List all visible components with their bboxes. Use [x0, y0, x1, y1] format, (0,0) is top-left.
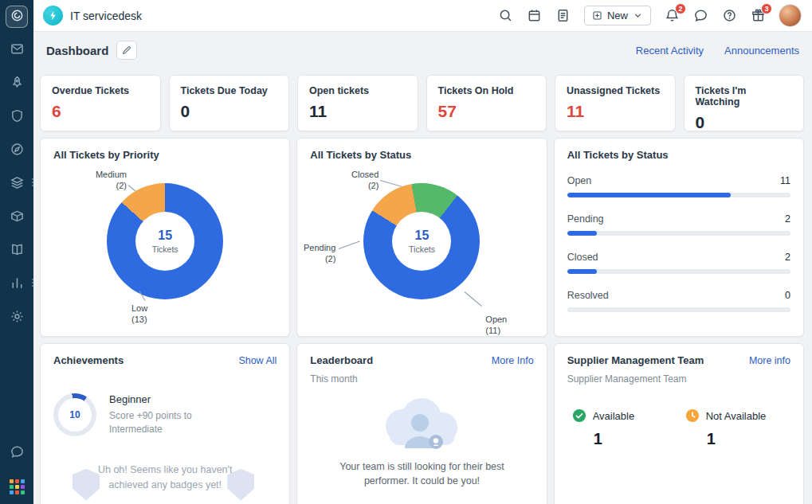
gifts-badge: 3 — [761, 3, 772, 14]
leaderboard-empty-line1: Your team is still looking for their bes… — [297, 459, 546, 474]
sidebar-item-assets[interactable] — [6, 206, 28, 229]
sidebar-item-analytics[interactable] — [6, 273, 28, 295]
panel-tickets-by-status-bars: All Tickets by Status Open 11 Pending 2 — [554, 138, 804, 337]
edit-dashboard-button[interactable] — [116, 41, 137, 60]
recent-activity-link[interactable]: Recent Activity — [636, 45, 704, 57]
tasks-icon[interactable] — [555, 8, 571, 23]
stat-card-unassigned-tickets[interactable]: Unassigned Tickets 11 — [555, 75, 676, 131]
panel-leaderboard: Leaderboard More Info This month — [296, 343, 547, 504]
sidebar-item-admin[interactable] — [6, 307, 28, 329]
stat-value: 11 — [567, 102, 664, 121]
plus-square-icon — [592, 10, 602, 21]
bar-fill — [567, 193, 732, 197]
donut-center-value: 15 — [415, 229, 430, 243]
slice-label-open: Open (11) — [485, 314, 507, 337]
chat-bubble-icon[interactable] — [693, 8, 708, 23]
charts-row: All Tickets by Priority Medium (2) 15 Ti… — [40, 138, 804, 337]
subheader-links: Recent Activity Announcements — [636, 45, 799, 57]
achievement-badges: Uh oh! Seems like you haven't achieved a… — [41, 451, 289, 504]
panel-title: All Tickets by Priority — [53, 149, 159, 161]
leaderboard-illustration — [297, 394, 546, 453]
bar-label: Resolved — [567, 290, 609, 301]
stat-card-open-tickets[interactable]: Open tickets 11 — [297, 75, 418, 131]
layers-icon — [10, 175, 25, 193]
badge-shield-icon — [73, 469, 100, 501]
stat-value: 0 — [181, 102, 278, 121]
donut-status: 15 Tickets — [363, 183, 480, 299]
available-check-icon — [572, 408, 586, 423]
stat-value: 0 — [696, 113, 793, 132]
slice-label-medium: Medium (2) — [63, 169, 127, 192]
gear-icon — [10, 309, 25, 327]
sidebar-item-changes[interactable] — [6, 139, 28, 162]
stat-card-overdue-tickets[interactable]: Overdue Tickets 6 — [40, 75, 161, 131]
calendar-icon[interactable] — [527, 8, 542, 23]
stat-card-tickets-due-today[interactable]: Tickets Due Today 0 — [169, 75, 290, 131]
donut-center-label: Tickets — [152, 244, 178, 254]
more-info-link[interactable]: More info — [749, 355, 790, 366]
achievement-score-line1: Score +90 points to — [109, 409, 192, 423]
stat-card-tickets-on-hold[interactable]: Tickets On Hold 57 — [426, 75, 547, 131]
more-info-link[interactable]: More Info — [492, 355, 534, 366]
achievement-score-line2: Intermediate — [109, 423, 192, 436]
subheader: Dashboard Recent Activity Announcements — [33, 32, 812, 68]
help-question-icon[interactable] — [722, 8, 737, 23]
bar-label: Open — [567, 175, 592, 186]
stat-card-tickets-im-watching[interactable]: Tickets I'm Watching 0 — [684, 75, 805, 131]
sidebar-item-app-switcher[interactable] — [6, 475, 28, 498]
compass-icon — [10, 142, 25, 160]
panel-title: Supplier Management Team — [567, 354, 704, 366]
inbox-icon — [10, 41, 25, 60]
badge-shield-icon — [227, 469, 254, 501]
sidebar-item-dashboard[interactable] — [6, 6, 28, 28]
sidebar-item-solutions[interactable] — [6, 240, 28, 262]
supplier-stat-label: Available — [593, 410, 635, 422]
sidebar-item-problems[interactable] — [6, 106, 28, 128]
new-button[interactable]: New — [584, 6, 651, 25]
topbar-actions: New 2 3 — [498, 5, 801, 26]
bar-row-resolved: Resolved 0 — [567, 290, 790, 312]
shield-icon — [10, 108, 25, 127]
sidebar-item-help-chat[interactable] — [6, 442, 28, 464]
sidebar-item-layers[interactable] — [6, 173, 28, 195]
bar-value: 2 — [785, 213, 790, 225]
bar-track — [567, 231, 790, 236]
user-avatar[interactable] — [779, 5, 801, 26]
priority-donut-chart: Medium (2) 15 Tickets Low (13) — [41, 166, 289, 330]
supplier-stat-label: Not Available — [706, 410, 767, 422]
slice-label-closed: Closed (2) — [313, 169, 379, 192]
sidebar-item-releases[interactable] — [6, 72, 28, 95]
bar-track — [567, 269, 790, 274]
not-available-clock-icon — [685, 408, 700, 423]
supplier-stat-available: Available 1 — [572, 408, 685, 448]
app-switcher-grid-icon — [10, 479, 25, 494]
bar-fill — [567, 231, 597, 236]
status-donut-chart: Closed (2) Pending (2) 15 Tickets — [297, 166, 546, 330]
kebab-menu-icon[interactable] — [32, 279, 33, 287]
notifications-bell-icon[interactable]: 2 — [665, 8, 680, 23]
bar-fill — [567, 269, 597, 274]
gift-icon[interactable]: 3 — [751, 8, 766, 23]
achievement-progress: 10 Beginner Score +90 points to Intermed… — [41, 393, 289, 437]
announcements-link[interactable]: Announcements — [724, 45, 799, 57]
bar-row-closed: Closed 2 — [567, 252, 790, 274]
chevron-down-icon — [633, 10, 643, 21]
bar-track — [567, 307, 790, 312]
page-title: Dashboard — [46, 44, 108, 57]
achievement-level: Beginner — [109, 393, 192, 405]
donut-center-label: Tickets — [409, 244, 435, 254]
new-button-label: New — [607, 10, 628, 21]
sidebar — [0, 0, 33, 504]
kebab-menu-icon[interactable] — [32, 178, 33, 186]
search-icon[interactable] — [498, 8, 513, 23]
bar-row-pending: Pending 2 — [567, 213, 790, 236]
stat-cards-row: Overdue Tickets 6 Tickets Due Today 0 Op… — [40, 75, 804, 131]
stat-value: 57 — [438, 102, 535, 121]
show-all-link[interactable]: Show All — [238, 355, 277, 366]
sidebar-item-tickets[interactable] — [6, 39, 28, 61]
progress-ring: 10 — [53, 393, 96, 436]
bar-label: Pending — [567, 213, 604, 225]
panel-title: Achievements — [53, 354, 124, 366]
stat-value: 6 — [52, 102, 149, 121]
pencil-icon — [122, 45, 131, 55]
